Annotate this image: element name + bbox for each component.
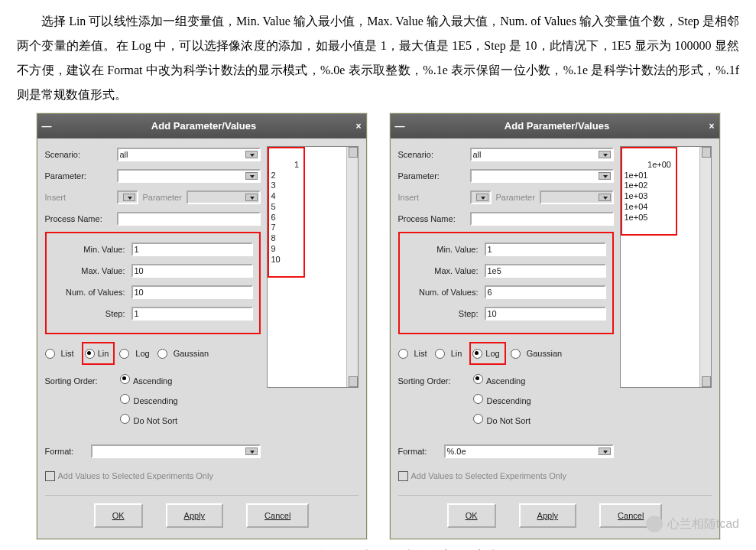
radio-descending[interactable] (120, 394, 130, 404)
radio-list-label: List (61, 345, 74, 362)
figure-row: — Add Parameter/Values × Scenario: all P… (17, 113, 739, 539)
radio-ascending[interactable] (120, 374, 130, 384)
values-group-left: Min. Value: 1 Max. Value: 10 Num. of Val… (45, 232, 261, 334)
output-values-left: 1 2 3 4 5 6 7 8 9 10 (271, 160, 300, 264)
max-label: Max. Value: (53, 262, 131, 279)
num-input[interactable]: 10 (131, 285, 253, 299)
scenario-dropdown[interactable]: all (470, 148, 614, 161)
radio-gaussian[interactable] (511, 349, 521, 359)
radio-list-label: List (414, 345, 427, 362)
parameter2-dropdown (187, 190, 261, 204)
parameter2-label: Parameter (492, 189, 540, 206)
addvals-checkbox (45, 471, 55, 481)
step-row: Step: 1 (53, 305, 253, 322)
descending-label: Descending (134, 396, 178, 405)
output-values-right: 1e+00 1e+01 1e+02 1e+03 1e+04 1e+05 (625, 160, 671, 222)
dialog-title: Add Parameter/Values (52, 116, 356, 136)
radio-log[interactable] (472, 349, 482, 359)
close-icon[interactable]: × (355, 117, 361, 135)
ascending-label: Ascending (486, 376, 525, 386)
max-input[interactable]: 10 (131, 264, 253, 278)
radio-gaussian-label: Gaussian (527, 345, 562, 362)
scenario-label: Scenario: (45, 146, 117, 163)
addvals-row: Add Values to Selected Experiments Only (398, 467, 614, 484)
radio-gaussian-label: Gaussian (174, 345, 209, 362)
dialog-titlebar: — Add Parameter/Values × (37, 114, 366, 138)
dialog-left-column: Scenario: all Parameter: Insert Paramete… (45, 146, 261, 484)
process-input[interactable] (470, 212, 614, 226)
format-row: Format: %.0e (398, 443, 614, 460)
apply-button[interactable]: Apply (519, 503, 577, 528)
ascending-label: Ascending (133, 376, 172, 386)
insert-row: Insert Parameter (45, 189, 261, 206)
output-highlight-right: 1e+00 1e+01 1e+02 1e+03 1e+04 1e+05 (621, 147, 677, 236)
format-row: Format: (45, 443, 261, 460)
titlebar-dash: — (395, 116, 405, 136)
output-list-right: 1e+00 1e+01 1e+02 1e+03 1e+04 1e+05 (620, 146, 712, 388)
max-row: Max. Value: 10 (53, 262, 253, 279)
scrollbar[interactable] (346, 147, 358, 387)
scenario-value: all (473, 146, 482, 163)
process-row: Process Name: (398, 210, 614, 227)
insert-dropdown (117, 190, 138, 204)
sorting-label: Sorting Order: (45, 373, 120, 429)
scenario-dropdown[interactable]: all (117, 148, 261, 161)
cancel-button[interactable]: Cancel (599, 503, 662, 528)
process-input[interactable] (117, 212, 261, 226)
sorting-block: Sorting Order: Ascending Descending Do N… (45, 373, 261, 429)
min-row: Min. Value: 1 (406, 241, 606, 258)
radio-lin-label: Lin (451, 345, 462, 362)
ok-button[interactable]: OK (447, 503, 496, 528)
parameter-dropdown[interactable] (117, 169, 261, 183)
insert-label: Insert (398, 189, 470, 206)
min-input[interactable]: 1 (485, 242, 606, 256)
scenario-row: Scenario: all (45, 146, 261, 163)
radio-lin-label: Lin (98, 345, 109, 362)
dialog-button-row: OK Apply Cancel (398, 495, 712, 528)
radio-log[interactable] (119, 349, 129, 359)
values-group-right: Min. Value: 1 Max. Value: 1e5 Num. of Va… (398, 232, 614, 334)
donotsort-label: Do Not Sort (487, 416, 530, 425)
radio-ascending[interactable] (473, 374, 483, 384)
radio-gaussian[interactable] (157, 349, 167, 359)
process-label: Process Name: (45, 210, 117, 227)
radio-lin[interactable] (435, 349, 445, 359)
min-input[interactable]: 1 (131, 242, 253, 256)
scrollbar[interactable] (699, 147, 711, 387)
radio-list[interactable] (45, 349, 55, 359)
format-dropdown[interactable] (91, 444, 261, 458)
format-dropdown[interactable]: %.0e (444, 444, 614, 458)
max-input[interactable]: 1e5 (485, 264, 606, 278)
parameter2-dropdown (540, 190, 614, 204)
cancel-button[interactable]: Cancel (246, 503, 309, 528)
titlebar-dash: — (42, 116, 52, 136)
max-row: Max. Value: 1e5 (406, 262, 606, 279)
radio-donotsort[interactable] (120, 414, 130, 424)
ok-button[interactable]: OK (94, 503, 143, 528)
min-label: Min. Value: (406, 241, 485, 258)
scenario-label: Scenario: (398, 146, 470, 163)
parameter-dropdown[interactable] (470, 169, 614, 183)
format-value: %.0e (447, 443, 466, 460)
step-input[interactable]: 1 (131, 307, 253, 321)
step-label: Step: (53, 305, 131, 322)
num-input[interactable]: 6 (485, 285, 606, 299)
radio-donotsort[interactable] (473, 414, 483, 424)
addvals-row: Add Values to Selected Experiments Only (45, 467, 261, 484)
radio-lin[interactable] (85, 349, 95, 359)
format-label: Format: (398, 443, 444, 460)
close-icon[interactable]: × (709, 117, 714, 135)
max-label: Max. Value: (406, 262, 485, 279)
min-row: Min. Value: 1 (53, 241, 253, 258)
step-input[interactable]: 10 (485, 307, 606, 321)
insert-row: Insert Parameter (398, 189, 614, 206)
addvals-label: Add Values to Selected Experiments Only (58, 467, 213, 484)
radio-list[interactable] (398, 349, 408, 359)
radio-descending[interactable] (473, 394, 483, 404)
parameter-label: Parameter: (398, 168, 470, 184)
process-row: Process Name: (45, 210, 261, 227)
apply-button[interactable]: Apply (166, 503, 224, 528)
scenario-value: all (120, 146, 128, 163)
insert-label: Insert (45, 189, 117, 206)
dialog-left-column: Scenario: all Parameter: Insert Paramete… (398, 146, 614, 484)
